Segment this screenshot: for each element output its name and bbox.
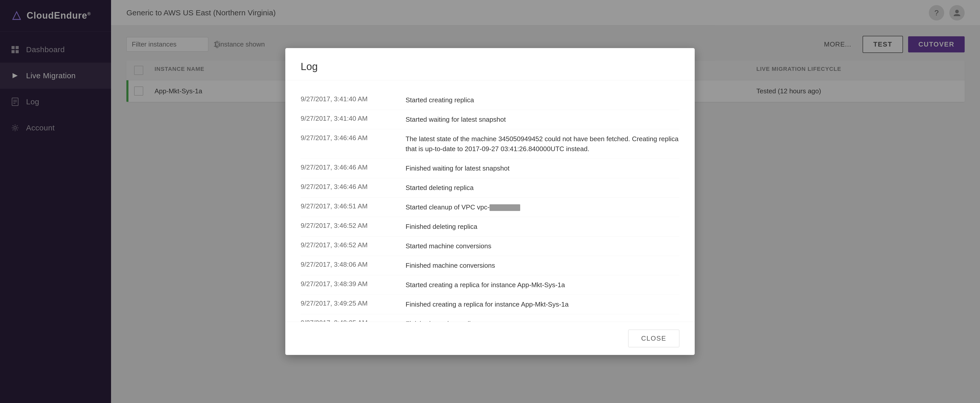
log-timestamp: 9/27/2017, 3:46:52 AM <box>301 222 398 230</box>
log-entry: 9/27/2017, 3:41:40 AMStarted waiting for… <box>301 110 679 129</box>
log-timestamp: 9/27/2017, 3:48:06 AM <box>301 260 398 268</box>
log-entry: 9/27/2017, 3:49:25 AMFinished creating r… <box>301 314 679 322</box>
log-message: Started deleting replica <box>406 183 679 193</box>
modal-body: 9/27/2017, 3:41:40 AMStarted creating re… <box>285 80 695 322</box>
log-message: Finished creating a replica for instance… <box>406 300 679 309</box>
log-entry: 9/27/2017, 3:46:52 AMFinished deleting r… <box>301 217 679 236</box>
close-button[interactable]: CLOSE <box>628 330 679 347</box>
log-timestamp: 9/27/2017, 3:46:46 AM <box>301 163 398 171</box>
log-entry: 9/27/2017, 3:48:06 AMFinished machine co… <box>301 256 679 275</box>
log-timestamp: 9/27/2017, 3:49:25 AM <box>301 319 398 322</box>
log-message: Finished machine conversions <box>406 260 679 271</box>
log-message: Started waiting for latest snapshot <box>406 114 679 125</box>
log-timestamp: 9/27/2017, 3:46:46 AM <box>301 183 398 191</box>
log-message: Started machine conversions <box>406 241 679 251</box>
log-message: Finished creating replica <box>406 319 679 322</box>
log-entry: 9/27/2017, 3:48:39 AMStarted creating a … <box>301 275 679 295</box>
log-timestamp: 9/27/2017, 3:46:51 AM <box>301 202 398 210</box>
log-message: Started creating a replica for instance … <box>406 280 679 290</box>
modal-footer: CLOSE <box>285 322 695 355</box>
log-timestamp: 9/27/2017, 3:46:52 AM <box>301 241 398 249</box>
log-entry: 9/27/2017, 3:46:51 AMStarted cleanup of … <box>301 198 679 217</box>
log-entry: 9/27/2017, 3:46:46 AMFinished waiting fo… <box>301 159 679 178</box>
log-message: Finished waiting for latest snapshot <box>406 163 679 173</box>
modal-overlay[interactable]: Log 9/27/2017, 3:41:40 AMStarted creatin… <box>0 0 980 403</box>
modal-title: Log <box>301 61 318 72</box>
log-timestamp: 9/27/2017, 3:41:40 AM <box>301 114 398 122</box>
redacted-text <box>490 204 520 211</box>
log-message: Started cleanup of VPC vpc- <box>406 202 679 212</box>
log-timestamp: 9/27/2017, 3:46:46 AM <box>301 134 398 142</box>
log-entry: 9/27/2017, 3:49:25 AMFinished creating a… <box>301 295 679 314</box>
log-timestamp: 9/27/2017, 3:41:40 AM <box>301 95 398 103</box>
modal-header: Log <box>285 48 695 80</box>
log-timestamp: 9/27/2017, 3:48:39 AM <box>301 280 398 288</box>
log-message: Started creating replica <box>406 95 679 105</box>
log-modal: Log 9/27/2017, 3:41:40 AMStarted creatin… <box>285 48 695 355</box>
log-entry: 9/27/2017, 3:46:52 AMStarted machine con… <box>301 236 679 256</box>
log-entry: 9/27/2017, 3:41:40 AMStarted creating re… <box>301 90 679 110</box>
log-timestamp: 9/27/2017, 3:49:25 AM <box>301 300 398 307</box>
log-entry: 9/27/2017, 3:46:46 AMThe latest state of… <box>301 129 679 159</box>
log-entry: 9/27/2017, 3:46:46 AMStarted deleting re… <box>301 178 679 198</box>
log-message: The latest state of the machine 34505094… <box>406 134 679 154</box>
log-message: Finished deleting replica <box>406 222 679 232</box>
